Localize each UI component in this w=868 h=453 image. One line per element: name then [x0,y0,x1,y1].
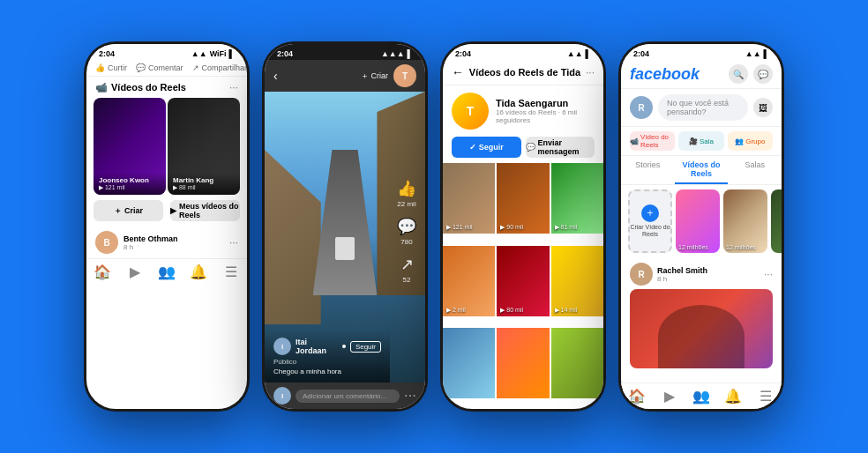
signal-icon-2: ▲▲▲ [381,49,405,58]
nav-video-1[interactable]: ▶ [118,264,150,280]
more-icon-3[interactable]: ··· [586,66,595,78]
meus-reels-button[interactable]: ▶ Meus vídeos do Reels [170,200,240,221]
comment-action[interactable]: 💬 Comentar [136,63,183,72]
profile-name: Tida Saengarun [496,98,595,108]
fb-reels-row: ＋ Criar Vídeo do Reels 12 milhões 12 mil… [621,185,782,257]
fb-post-more-icon[interactable]: ··· [764,268,773,280]
video-bg[interactable]: 👍 22 mil 💬 780 ↗ 52 I [265,92,425,382]
nav-menu-4[interactable]: ☰ [750,388,782,405]
message-button[interactable]: 💬 Enviar mensagem [526,137,595,158]
notch-3 [497,44,550,60]
tab-stories[interactable]: Stories [621,156,675,184]
comment-icon-2: 💬 [397,217,416,236]
reel-cell-1[interactable]: ▶ 121 mil [443,163,495,234]
comment-bar: I Adicionar um comentário... ⋯ [265,382,425,409]
fb-header-icons: 🔍 💬 [729,64,773,84]
cliff-left [265,150,321,324]
create-top-button[interactable]: ＋ Criar [361,71,389,82]
nav-home-4[interactable]: 🏠 [621,388,653,405]
reel-cell-5[interactable]: ▶ 80 mil [497,246,549,316]
reel-cell-overlay-4: ▶ 2 mil [446,307,466,314]
reel-cell-overlay-5: ▶ 80 mil [500,307,523,314]
nav-bell-4[interactable]: 🔔 [717,388,749,405]
reel-cell-2[interactable]: ▶ 90 mil [497,163,549,234]
reel-cell-4[interactable]: ▶ 2 mil [443,246,495,316]
more-icon-2[interactable]: ⋯ [404,389,416,403]
signal-icon-4: ▲▲ [745,49,761,58]
sala-icon: 🎥 [689,137,698,145]
like-label: Curtir [108,63,127,72]
reels-quick-btn[interactable]: 📹 Vídeo do Reels [630,131,675,151]
car [335,237,355,260]
tab-salas[interactable]: Salas [728,156,782,184]
sala-quick-btn[interactable]: 🎥 Sala [678,131,723,151]
like-icon-2: 👍 [397,179,416,198]
like-item[interactable]: 👍 22 mil [397,179,416,208]
reels-icon-4: 📹 [630,137,639,145]
reel-cell-9[interactable] [551,328,603,398]
fb-tabs: Stories Vídeos do Reels Salas [621,156,782,185]
battery-icon-4: ▌ [764,49,769,58]
like-action[interactable]: 👍 Curtir [95,63,127,72]
author-name-1: Bente Othman [123,234,224,243]
grupo-quick-btn[interactable]: 👥 Grupo [728,131,773,151]
profile-avatar: T [452,93,489,130]
share-label: Compartilhar [202,63,247,72]
more-options-icon[interactable]: ··· [229,81,238,93]
fb-reel-card-3[interactable] [771,189,782,253]
nav-home-1[interactable]: 🏠 [86,264,118,280]
fb-post-author-name: Rachel Smith [657,266,707,275]
create-reel-card[interactable]: ＋ Criar Vídeo do Reels [628,189,672,253]
video-author-row: I Itai Jordaan Seguir [273,338,381,355]
reels-grid-3: ▶ 121 mil ▶ 90 mil ▶ 81 mil ▶ 2 mil ▶ 80… [443,163,603,409]
reel-cell-8[interactable] [497,328,549,398]
post-placeholder[interactable]: No que você está pensando? [658,94,748,121]
phone-1: 2:04 ▲▲▲ WiFi ▌ 👍 Curtir 💬 Comentar [84,41,250,412]
criar-button[interactable]: ＋ Criar [94,200,163,221]
fb-post-box: R No que você está pensando? 🖼 [621,89,782,127]
nav-friends-1[interactable]: 👥 [151,264,183,280]
share-item-2[interactable]: ↗ 52 [400,255,414,284]
comment-item[interactable]: 💬 780 [397,217,416,246]
reel-thumb-1[interactable]: Joonseo Kwon ▶ 121 mil [94,98,166,195]
share-action[interactable]: ↗ Compartilhar [192,63,247,72]
battery-icon-2: ▌ [408,49,413,58]
nav-menu-1[interactable]: ☰ [215,264,247,280]
create-top-icon: ＋ [361,71,369,82]
nav-video-4[interactable]: ▶ [653,388,685,405]
create-reel-icon: ＋ [641,204,659,222]
reel-name-1: Joonseo Kwon [99,176,161,184]
follow-button-3[interactable]: ✓ Seguir [452,137,521,158]
video-likes: 👍 22 mil 💬 780 ↗ 52 [397,179,416,284]
like-count: 22 mil [397,200,415,208]
fb-reel-card-1[interactable]: 12 milhões [676,189,720,253]
reel-cell-3[interactable]: ▶ 81 mil [551,163,603,234]
nav-friends-4[interactable]: 👥 [685,388,717,405]
comment-input[interactable]: Adicionar um comentário... [296,390,400,403]
share-icon: ↗ [192,63,199,72]
media-button[interactable]: 🖼 [753,98,773,117]
back-button[interactable]: ‹ [273,69,278,83]
reel-thumb-2[interactable]: Martin Kang ▶ 88 mil [168,98,240,195]
bottom-nav-4: 🏠 ▶ 👥 🔔 ☰ [621,382,782,409]
profile-sub: 16 vídeos do Reels · 6 mil seguidores [496,108,595,124]
tab-reels[interactable]: Vídeos do Reels [675,156,729,184]
reel-overlay-2: Martin Kang ▶ 88 mil [168,173,240,195]
nav-bell-1[interactable]: 🔔 [183,264,214,280]
dot-separator [342,345,346,348]
comment-icon: 💬 [136,63,146,72]
fb-reel-card-2[interactable]: 12 milhões [723,189,767,253]
follow-button-2[interactable]: Seguir [350,341,381,353]
fb-post-author-info: Rachel Smith 8 h [657,266,707,283]
fb-post-time: 8 h [657,275,707,283]
back-button-3[interactable]: ← [452,65,464,79]
search-button-4[interactable]: 🔍 [729,64,748,84]
battery-icon: ▌ [229,49,235,58]
fb-header: facebook 🔍 💬 [621,60,782,89]
reel-cell-6[interactable]: ▶ 14 mil [551,246,603,316]
wifi-icon: WiFi [210,49,227,58]
messenger-button[interactable]: 💬 [753,64,773,84]
post-more-icon[interactable]: ··· [229,236,238,249]
reels-grid: Joonseo Kwon ▶ 121 mil Martin Kang ▶ 88 … [94,98,240,195]
reel-cell-7[interactable] [443,328,495,398]
